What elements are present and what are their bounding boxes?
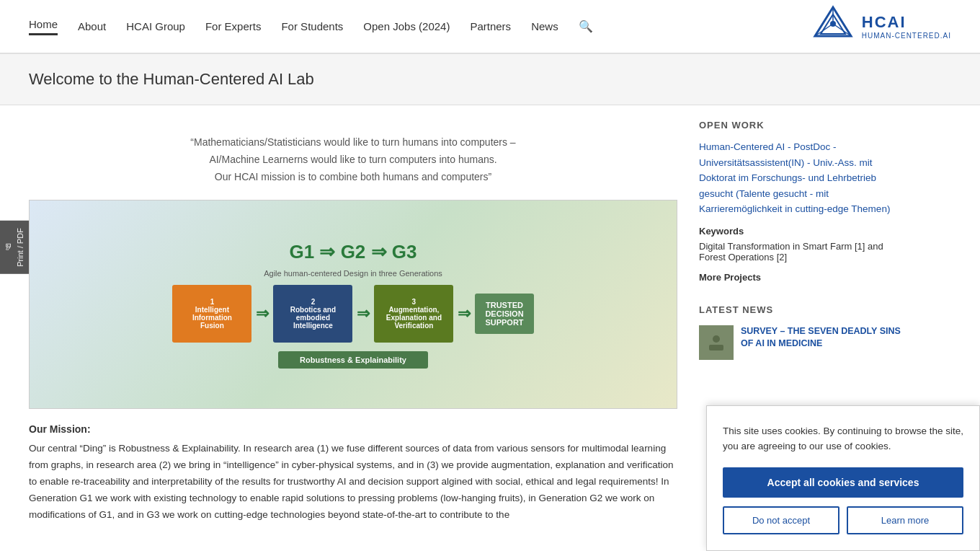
news-image-icon [705,332,727,353]
diagram-subtitle: Agile human-centered Design in three Gen… [264,269,442,278]
latest-news-title: LATEST NEWS [699,304,901,315]
nav-partners[interactable]: Partners [470,20,511,32]
nav-news[interactable]: News [531,20,558,32]
open-work-title: OPEN WORK [699,120,901,131]
keywords-text: Digital Transformation in Smart Farm [1]… [699,241,901,263]
cookie-banner: This site uses cookies. By continuing to… [706,405,980,538]
diagram-boxes: 1IntelligentInformationFusion ⇒ 2Robotic… [172,285,533,343]
svg-point-6 [713,335,720,343]
hcai-logo-icon [811,4,855,49]
news-item-text: SURVEY – THE SEVEN DEADLY SINS OF AI IN … [741,325,901,351]
svg-rect-7 [709,345,723,351]
page-title-bar: Welcome to the Human-Centered AI Lab [0,54,980,105]
diagram-box1: 1IntelligentInformationFusion [172,285,251,343]
diagram-title: G1 ⇒ G2 ⇒ G3 [290,241,417,263]
print-pdf-button[interactable]: 🖨 Print / PDF [0,221,29,274]
print-icon: 🖨 [4,243,13,251]
nav-open-jobs[interactable]: Open Jobs (2024) [363,20,450,32]
page-title: Welcome to the Human-Centered AI Lab [29,70,951,89]
diagram-arrow1: ⇒ [256,304,269,323]
quote-line3: Our HCAI mission is to combine both huma… [29,169,677,186]
nav-home[interactable]: Home [29,18,58,35]
quote-block: “Mathematicians/Statisticians would like… [29,134,677,185]
diagram-trusted: TRUSTEDDECISIONSUPPORT [475,294,533,334]
nav-hcai-group[interactable]: HCAI Group [126,20,185,32]
print-label: Print / PDF [16,228,24,267]
keywords-label: Keywords [699,226,901,237]
open-work-section: OPEN WORK Human-Centered AI - PostDoc - … [699,120,901,283]
hero-image: G1 ⇒ G2 ⇒ G3 Agile human-centered Design… [29,200,677,409]
logo-text-area: HCAI HUMAN-CENTERED.AI [862,13,951,40]
navbar: Home About HCAI Group For Experts For St… [0,0,980,54]
logo-sub: HUMAN-CENTERED.AI [862,32,951,40]
more-projects-link[interactable]: More Projects [699,272,761,283]
nav-for-experts[interactable]: For Experts [205,20,262,32]
nav-for-students[interactable]: For Students [281,20,343,32]
learn-more-button[interactable]: Learn more [847,506,963,534]
nav-links: Home About HCAI Group For Experts For St… [29,18,593,35]
accept-cookies-button[interactable]: Accept all cookies and services [723,467,963,498]
news-item: SURVEY – THE SEVEN DEADLY SINS OF AI IN … [699,325,901,360]
logo-hcai: HCAI [862,13,951,32]
search-icon[interactable]: 🔍 [579,19,593,33]
diagram-box3: 3Augmentation,Explanation andVerificatio… [374,285,453,343]
decline-cookies-button[interactable]: Do not accept [723,506,839,534]
diagram: G1 ⇒ G2 ⇒ G3 Agile human-centered Design… [30,200,677,408]
mission-text: Our central “Ding” is Robustness & Expla… [29,441,677,524]
news-item-title: SURVEY – THE SEVEN DEADLY SINS OF AI IN … [741,325,901,351]
news-thumbnail [699,325,734,360]
diagram-box2: 2Robotics andembodiedIntelligence [273,285,352,343]
content-area: “Mathematicians/Statisticians would like… [29,120,677,524]
quote-line1: “Mathematicians/Statisticians would like… [29,134,677,151]
diagram-arrow3: ⇒ [458,304,471,323]
cookie-secondary-buttons: Do not accept Learn more [723,506,963,534]
diagram-robustness: Robustness & Explainability [278,351,428,369]
quote-line2: AI/Machine Learnerns would like to turn … [29,151,677,169]
mission-head: Our Mission: [29,423,677,435]
latest-news-section: LATEST NEWS SURVEY – THE SEVEN DEADLY SI… [699,304,901,360]
logo-area: HCAI HUMAN-CENTERED.AI [811,4,951,49]
nav-about[interactable]: About [78,20,106,32]
cookie-text: This site uses cookies. By continuing to… [723,423,963,454]
diagram-arrow2: ⇒ [357,304,370,323]
open-work-link[interactable]: Human-Centered AI - PostDoc - Universitä… [699,139,901,217]
